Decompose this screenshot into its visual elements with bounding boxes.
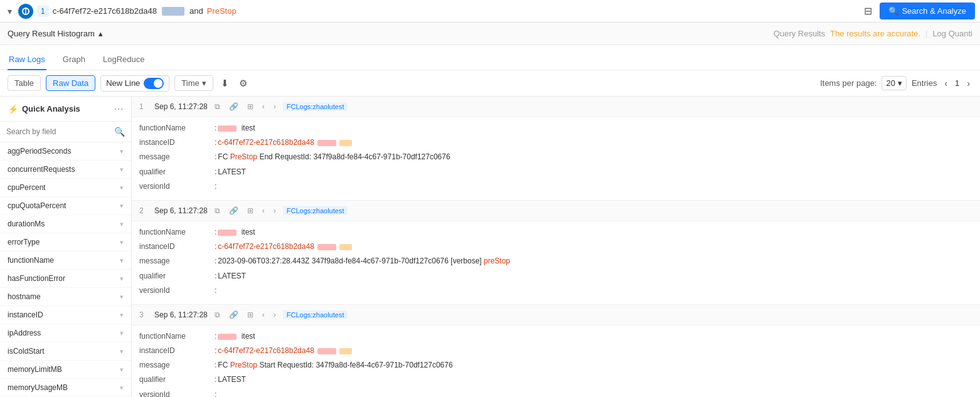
field-item-errortype[interactable]: errorType ▾ — [0, 233, 131, 251]
log-source-badge-3: FCLogs:zhaolutest — [283, 310, 348, 319]
log-field-row-versionid-2: versionId : — [139, 283, 972, 298]
field-colon-versionid-1: : — [215, 181, 216, 193]
field-name-concurrentrequests: concurrentRequests — [8, 165, 75, 174]
field-item-functionname[interactable]: functionName ▾ — [0, 251, 131, 270]
field-value-message-3: FC PreStop Start RequestId: 347f9a8d-fe8… — [218, 359, 452, 371]
tab-raw-logs[interactable]: Raw Logs — [8, 50, 46, 70]
field-value-functionname-2: itest — [218, 226, 255, 238]
log-field-row-instanceid-2: instanceID : c-64f7ef72-e217c618b2da48 — [139, 240, 972, 254]
histogram-title-text: Query Result Histogram — [8, 29, 95, 38]
field-colon-message-3: : — [215, 359, 216, 371]
logo-icon — [18, 4, 33, 19]
field-chevron-icon: ▾ — [120, 220, 124, 228]
field-colon-versionid-2: : — [215, 285, 216, 297]
field-item-concurrentrequests[interactable]: concurrentRequests ▾ — [0, 161, 131, 179]
field-item-aggperiodseconds[interactable]: aggPeriodSeconds ▾ — [0, 142, 131, 161]
log-field-row-qualifier-1: qualifier : LATEST — [139, 165, 972, 179]
field-label-functionname-2: functionName — [139, 226, 215, 238]
field-colon-2: : — [215, 226, 216, 238]
field-colon-qualifier-2: : — [215, 270, 216, 282]
table-icon-btn[interactable]: ⊟ — [861, 3, 875, 19]
field-item-cpupercent[interactable]: cpuPercent ▾ — [0, 179, 131, 197]
page-size-select[interactable]: 20 ▾ — [881, 76, 906, 90]
log-link-btn-2[interactable]: 🔗 — [227, 206, 240, 216]
log-source-badge-2: FCLogs:zhaolutest — [283, 206, 348, 215]
field-chevron-icon: ▾ — [120, 275, 124, 283]
field-item-memorylimitmb[interactable]: memoryLimitMB ▾ — [0, 361, 131, 379]
sidebar-menu-btn[interactable]: ⋯ — [114, 103, 124, 115]
field-item-hostname[interactable]: hostname ▾ — [0, 288, 131, 306]
search-field-icon[interactable]: 🔍 — [114, 127, 125, 137]
field-value-instanceid-2: c-64f7ef72-e217c618b2da48 — [218, 241, 352, 253]
tabs-row: Raw Logs Graph LogReduce — [0, 45, 980, 70]
field-item-hasfunctionerror[interactable]: hasFunctionError ▾ — [0, 270, 131, 288]
log-timestamp-3: Sep 6, 11:27:28 — [154, 310, 208, 319]
log-link-btn-3[interactable]: 🔗 — [227, 310, 240, 320]
histogram-collapse-icon: ▴ — [99, 29, 103, 38]
log-entry-3: 3 Sep 6, 11:27:28 ⧉ 🔗 ⊞ ‹ › FCLogs:zhaol… — [132, 305, 980, 397]
field-item-memoryusagemb[interactable]: memoryUsageMB ▾ — [0, 379, 131, 397]
tab-graph[interactable]: Graph — [61, 50, 87, 70]
log-index-1: 1 — [139, 102, 149, 111]
page-size-chevron-icon: ▾ — [898, 78, 902, 88]
field-label-qualifier-2: qualifier — [139, 270, 215, 282]
field-chevron-icon: ▾ — [120, 366, 124, 374]
log-expand-btn-1[interactable]: ⊞ — [245, 102, 255, 112]
log-entry-header-2: 2 Sep 6, 11:27:28 ⧉ 🔗 ⊞ ‹ › FCLogs:zhaol… — [132, 201, 980, 221]
table-btn[interactable]: Table — [8, 75, 41, 91]
field-item-durationms[interactable]: durationMs ▾ — [0, 215, 131, 233]
log-next-btn-1[interactable]: › — [272, 102, 278, 112]
log-prev-btn-1[interactable]: ‹ — [260, 102, 267, 112]
redacted-block-1 — [162, 7, 184, 16]
field-item-iscoldstart[interactable]: isColdStart ▾ — [0, 342, 131, 361]
log-copy-btn-1[interactable]: ⧉ — [213, 102, 222, 112]
field-label-message-2: message — [139, 255, 215, 267]
log-expand-btn-3[interactable]: ⊞ — [245, 310, 255, 320]
download-btn[interactable]: ⬇ — [218, 75, 232, 92]
field-chevron-icon: ▾ — [120, 293, 124, 301]
log-field-row-versionid-1: versionId : — [139, 179, 972, 194]
field-item-cpuquotapercent[interactable]: cpuQuotaPercent ▾ — [0, 197, 131, 215]
toolbar: Table Raw Data New Line Time ▾ ⬇ ⚙ Items… — [0, 70, 980, 97]
field-colon-instanceid-2: : — [215, 241, 216, 253]
collapse-btn[interactable]: ▾ — [5, 5, 14, 18]
time-chevron-icon: ▾ — [202, 78, 206, 88]
field-label-versionid-2: versionId — [139, 285, 215, 297]
tab-log-reduce[interactable]: LogReduce — [102, 50, 146, 70]
log-field-row-message-1: message : FC PreStop End RequestId: 347f… — [139, 150, 972, 164]
top-bar: ▾ 1 c-64f7ef72-e217c618b2da48 and PreSto… — [0, 0, 980, 23]
raw-data-btn[interactable]: Raw Data — [46, 75, 95, 91]
toolbar-right: Items per page: 20 ▾ Entries ‹ 1 › — [820, 76, 972, 91]
top-bar-left: ▾ 1 c-64f7ef72-e217c618b2da48 and PreSto… — [5, 4, 858, 19]
log-next-btn-3[interactable]: › — [272, 310, 278, 320]
log-next-btn-2[interactable]: › — [272, 206, 278, 216]
field-colon-instanceid-1: : — [215, 137, 216, 149]
search-field-row: 🔍 — [0, 122, 131, 142]
time-btn[interactable]: Time ▾ — [174, 75, 213, 91]
new-line-toggle[interactable] — [144, 78, 164, 89]
log-copy-btn-3[interactable]: ⧉ — [213, 310, 222, 320]
log-copy-btn-2[interactable]: ⧉ — [213, 206, 222, 216]
field-value-functionname-3: itest — [218, 331, 255, 342]
field-name-errortype: errorType — [8, 238, 40, 246]
prev-page-btn[interactable]: ‹ — [942, 76, 950, 91]
next-page-btn[interactable]: › — [964, 76, 972, 91]
settings-btn[interactable]: ⚙ — [237, 75, 250, 92]
log-prev-btn-3[interactable]: ‹ — [260, 310, 267, 320]
redacted-pink-id-1 — [317, 140, 336, 146]
field-colon-qualifier-1: : — [215, 166, 216, 178]
histogram-title-group[interactable]: Query Result Histogram ▴ — [8, 29, 103, 38]
sidebar: ⚡ Quick Analysis ⋯ 🔍 aggPeriodSeconds ▾ — [0, 97, 132, 397]
search-analyze-button[interactable]: 🔍 Search & Analyze — [880, 3, 975, 19]
field-item-ipaddress[interactable]: ipAddress ▾ — [0, 324, 131, 342]
redacted-pink-1 — [218, 125, 237, 132]
field-label-instanceid-2: instanceID — [139, 241, 215, 253]
log-link-btn-1[interactable]: 🔗 — [227, 102, 240, 112]
field-item-instanceid[interactable]: instanceID ▾ — [0, 306, 131, 324]
field-label-versionid-3: versionId — [139, 389, 215, 397]
log-prev-btn-2[interactable]: ‹ — [260, 206, 267, 216]
field-name-memorylimitmb: memoryLimitMB — [8, 365, 62, 374]
main-content: ⚡ Quick Analysis ⋯ 🔍 aggPeriodSeconds ▾ — [0, 97, 980, 397]
search-field-input[interactable] — [6, 127, 112, 136]
log-expand-btn-2[interactable]: ⊞ — [245, 206, 255, 216]
